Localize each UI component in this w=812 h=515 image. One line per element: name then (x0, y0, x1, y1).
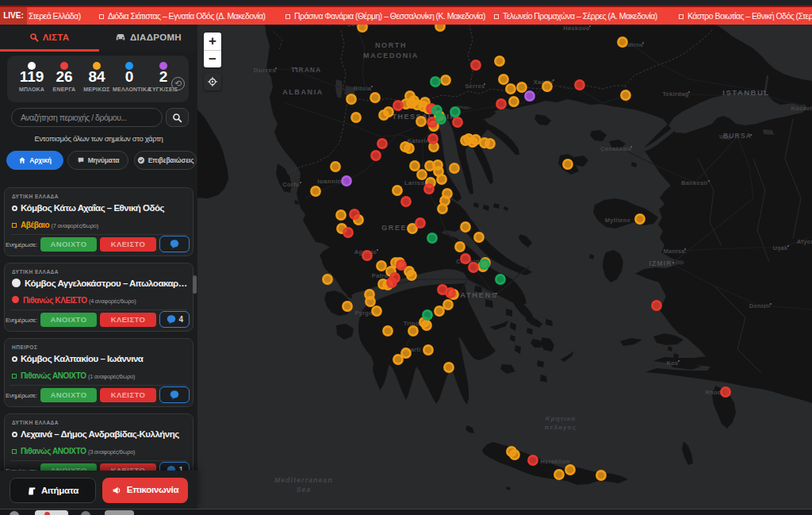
svg-text:TIRANA: TIRANA (291, 66, 321, 74)
svg-text:Corfu: Corfu (282, 181, 300, 188)
svg-text:BURSA: BURSA (723, 132, 752, 140)
svg-text:Mediterranean: Mediterranean (274, 476, 333, 484)
svg-text:ATHENS: ATHENS (460, 290, 497, 299)
svg-text:Durres: Durres (254, 67, 277, 74)
svg-text:Denizli: Denizli (749, 302, 770, 309)
svg-text:ALBANIA: ALBANIA (282, 88, 324, 96)
svg-text:Haskovo: Haskovo (563, 25, 589, 32)
svg-text:Afyon: Afyon (797, 238, 812, 245)
svg-text:Manisa: Manisa (663, 248, 685, 255)
svg-text:MACEDONIA: MACEDONIA (363, 52, 419, 60)
svg-text:Serres: Serres (465, 83, 485, 90)
svg-text:Κρητικό: Κρητικό (546, 415, 576, 422)
svg-text:Kocaeli: Kocaeli (791, 105, 812, 112)
svg-text:ISTANBUL: ISTANBUL (722, 88, 769, 97)
svg-text:Mytilene: Mytilene (605, 217, 630, 224)
svg-text:Bitola: Bitola (354, 85, 372, 92)
svg-text:Tekirdağ: Tekirdağ (662, 90, 688, 98)
svg-text:πέλαγος: πέλαγος (545, 424, 577, 431)
svg-text:Uşak: Uşak (772, 244, 788, 252)
svg-text:Kos: Kos (666, 359, 678, 367)
svg-text:Sea: Sea (297, 486, 312, 494)
svg-text:Balıkesir: Balıkesir (681, 179, 708, 186)
svg-text:NORTH: NORTH (375, 41, 407, 49)
svg-text:Heraklion: Heraklion (541, 458, 570, 465)
svg-text:IZMIR: IZMIR (649, 259, 672, 267)
svg-text:Çanakkale: Çanakkale (600, 145, 632, 152)
